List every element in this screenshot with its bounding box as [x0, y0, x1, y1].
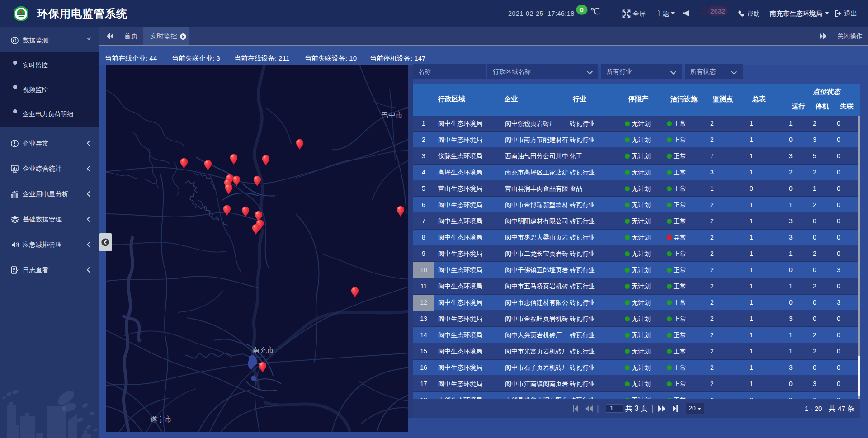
- svg-text:遂宁市: 遂宁市: [150, 415, 172, 423]
- svg-text:南充市: 南充市: [252, 346, 274, 354]
- svg-text:巴中市: 巴中市: [381, 111, 403, 119]
- svg-text:0: 0: [580, 6, 584, 14]
